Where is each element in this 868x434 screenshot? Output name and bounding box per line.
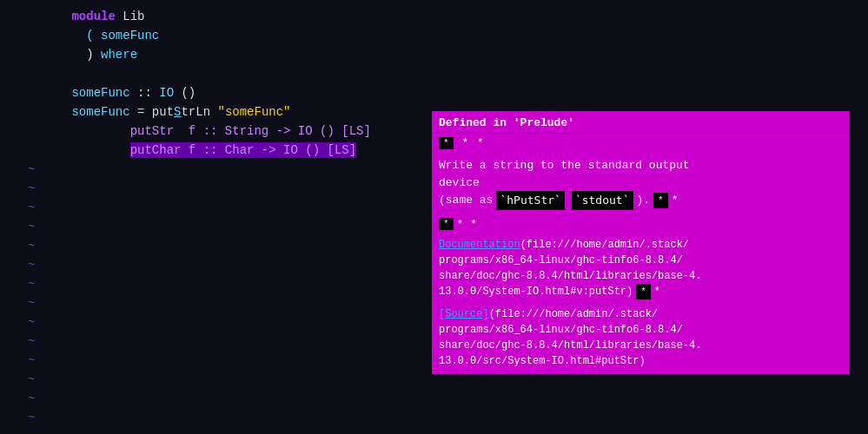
tooltip-source-link[interactable]: [Source] [439, 308, 489, 320]
tooltip-doc-url-3: share/doc/ghc-8.8.4/html/libraries/base-… [439, 268, 842, 284]
tooltip-hputstr: `hPutStr` [496, 191, 564, 210]
tooltip-description: Write a string to the standard output de… [432, 152, 849, 215]
tooltip-close-paren: ). [637, 192, 651, 209]
tilde-line-15: ~ [0, 427, 868, 434]
tooltip-stars-row2: * * * [432, 215, 849, 233]
code-line-3: ) where [0, 45, 868, 64]
star-sep-2: * [477, 136, 484, 149]
star-1: * [439, 137, 454, 149]
tooltip-desc-line3: (same as `hPutStr` `stdout` ). * * [439, 191, 842, 210]
star-r2-2: * * [457, 218, 477, 231]
star-doc-2: * [654, 284, 660, 299]
tooltip-source-url-4: 13.0.0/src/System-IO.html#putStr) [439, 353, 842, 369]
tilde-line-14: ~ [0, 408, 868, 427]
suggestion-indent-2 [71, 143, 129, 157]
tooltip-source-url-3: share/doc/ghc-8.8.4/html/libraries/base-… [439, 338, 842, 353]
tooltip-source-url-1: (file:///home/admin/.stack/ [489, 308, 658, 320]
star-sep-1: * [461, 136, 475, 149]
tooltip-doc-link[interactable]: Documentation [439, 239, 520, 251]
tooltip-doc-url: (file:///home/admin/.stack/ [520, 239, 689, 251]
tooltip-stars-1: * * * [432, 134, 849, 152]
tooltip-doc-url-4a: 13.0.0/System-IO.html#v:putStr) [439, 284, 633, 299]
tooltip-stdout: `stdout` [572, 191, 633, 210]
tooltip-defined-in: Defined in 'Prelude' [439, 116, 574, 129]
tooltip-popup: Defined in 'Prelude' * * * Write a strin… [432, 111, 849, 374]
suggestion-putchar: putChar f :: Char -> IO () [LS] [130, 142, 356, 158]
source-link-label: Source [445, 308, 482, 320]
tooltip-desc-line2: device [439, 174, 842, 192]
close-paren: ) [71, 48, 101, 62]
tooltip-doc-url-4: 13.0.0/System-IO.html#v:putStr) * * [439, 284, 842, 300]
tooltip-doc-link-section[interactable]: Documentation(file:///home/admin/.stack/… [432, 233, 849, 306]
star-end-1: * [653, 193, 668, 209]
tilde-line-13: ~ [0, 389, 868, 408]
tooltip-source-link-section[interactable]: [Source](file:///home/admin/.stack/ prog… [432, 305, 849, 374]
star-doc-1: * [636, 284, 651, 300]
tooltip-source-url-2: programs/x86_64-linux/ghc-tinfo6-8.8.4/ [439, 322, 842, 338]
code-editor[interactable]: module Lib ( someFunc ) where someFunc :… [0, 0, 868, 434]
keyword-where: where [101, 48, 137, 62]
tooltip-header: Defined in 'Prelude' [432, 111, 849, 134]
tooltip-same-as: (same as [439, 192, 493, 209]
star-r2-1: * [439, 218, 454, 230]
tooltip-doc-url-2: programs/x86_64-linux/ghc-tinfo6-8.8.4/ [439, 253, 842, 268]
tooltip-desc-line1: Write a string to the standard output [439, 157, 842, 174]
star-end-2: * [672, 192, 679, 209]
